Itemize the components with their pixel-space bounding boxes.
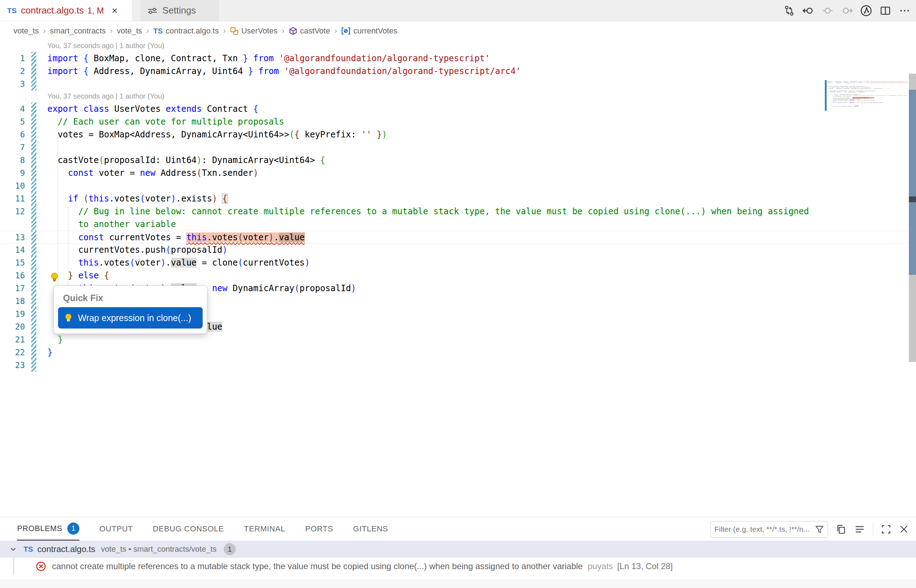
codelens-row[interactable]: You, 37 seconds ago | 1 author (You) [0, 90, 909, 102]
editor-tab-bar: TS contract.algo.ts 1, M × Settings [0, 0, 916, 21]
code-line[interactable]: 6 votes = BoxMap<Address, DynamicArray<U… [0, 128, 909, 141]
breadcrumb-item-class[interactable]: UserVotes [230, 26, 278, 36]
codelens-row[interactable]: You, 37 seconds ago | 1 author (You) [0, 40, 909, 52]
problems-error-row[interactable]: cannot create multiple references to a m… [0, 558, 916, 575]
code-line[interactable]: 8 castVote(proposalId: Uint64): DynamicA… [0, 154, 909, 166]
filter-funnel-icon[interactable] [815, 525, 824, 534]
variable-symbol-icon [341, 26, 350, 36]
go-back-icon[interactable] [802, 4, 815, 17]
editor-actions [783, 0, 911, 21]
more-actions-icon[interactable] [898, 4, 911, 17]
code-line[interactable]: 13 const currentVotes = this.votes(voter… [0, 231, 909, 244]
vscode-window: TS contract.algo.ts 1, M × Settings [0, 0, 916, 588]
code-line[interactable]: 5 // Each user can vote for multiple pro… [0, 115, 909, 128]
code-line[interactable]: 10 [0, 179, 909, 192]
code-line [827, 109, 908, 110]
go-forward-disabled-icon [821, 4, 834, 17]
code-line[interactable]: 16 } else { [0, 269, 909, 282]
code-line: import { Address, DynamicArray, Uint64 }… [827, 82, 908, 83]
tab-settings[interactable]: Settings [140, 0, 218, 21]
problems-file-count-badge: 1 [224, 543, 236, 555]
problems-filter-input[interactable] [714, 525, 815, 533]
tab-contract-algo-ts[interactable]: TS contract.algo.ts 1, M × [0, 0, 133, 21]
code-line[interactable]: 2import { Address, DynamicArray, Uint64 … [0, 65, 909, 78]
breadcrumb-item[interactable]: vote_ts [13, 26, 39, 36]
quickfix-action-wrap-in-clone[interactable]: Wrap expression in clone(...) [58, 307, 203, 328]
code-line[interactable]: 21 } [0, 333, 909, 346]
tab-gitlens[interactable]: GITLENS [353, 517, 388, 541]
tab-problems[interactable]: PROBLEMS 1 [17, 517, 79, 541]
breadcrumb-item-variable[interactable]: currentVotes [341, 26, 398, 36]
quickfix-header: Quick Fix [54, 286, 207, 303]
view-as-table-icon[interactable] [855, 524, 865, 535]
code-line[interactable]: 9 const voter = new Address(Txn.sender) [0, 166, 909, 179]
quickfix-lightbulb-icon[interactable] [49, 272, 60, 283]
typescript-file-icon: TS [24, 545, 33, 554]
breadcrumb-separator: › [334, 26, 337, 36]
class-symbol-icon [230, 27, 239, 35]
problems-count-badge: 1 [67, 522, 79, 535]
overview-ruler-modified-marks [909, 90, 916, 275]
code-line[interactable]: 3 [0, 78, 909, 90]
breadcrumb-item-method[interactable]: castVote [289, 26, 330, 36]
breadcrumb-separator: › [282, 26, 284, 36]
code-line[interactable]: 7 [0, 141, 909, 154]
tab-ports[interactable]: PORTS [305, 517, 333, 541]
method-symbol-icon [289, 27, 298, 35]
breadcrumb-item-file[interactable]: TS contract.algo.ts [153, 26, 218, 36]
code-line[interactable]: 14 currentVotes.push(proposalId) [0, 244, 909, 256]
run-or-debug-icon[interactable] [860, 4, 872, 17]
tree-indent-guide [13, 558, 14, 575]
close-panel-icon[interactable] [899, 524, 909, 534]
overview-ruler-cursor-mark [909, 197, 916, 202]
code-line[interactable]: to another variable [0, 218, 909, 231]
tab-debug-console[interactable]: DEBUG CONSOLE [153, 517, 224, 541]
error-icon [36, 561, 46, 572]
settings-sliders-icon [147, 6, 157, 16]
quickfix-popup: Quick Fix Wrap expression in clone(...) [53, 286, 207, 334]
lightbulb-icon [63, 312, 74, 323]
breadcrumb-item[interactable]: smart_contracts [50, 26, 106, 36]
code-line[interactable]: 15 this.votes(voter).value = clone(curre… [0, 256, 909, 269]
split-editor-icon[interactable] [879, 4, 892, 17]
code-editor[interactable]: You, 37 seconds ago | 1 author (You)1imp… [0, 40, 916, 517]
quickfix-action-label: Wrap expression in clone(...) [78, 313, 191, 323]
breadcrumb: vote_ts › smart_contracts › vote_ts › TS… [0, 22, 916, 40]
code-line[interactable]: 12 // Bug in line below: cannot create m… [0, 205, 909, 218]
code-line[interactable]: 1import { BoxMap, clone, Contract, Txn }… [0, 52, 909, 65]
code-line[interactable]: 4export class UserVotes extends Contract… [0, 102, 909, 115]
breadcrumb-separator: › [146, 26, 149, 36]
problems-file-name: contract.algo.ts [37, 544, 95, 554]
typescript-file-icon: TS [153, 27, 163, 35]
copy-all-icon[interactable] [836, 524, 846, 535]
code-line[interactable]: 22} [0, 346, 909, 359]
tab-problem-modified-badge: 1, M [87, 6, 104, 16]
breadcrumb-separator: › [110, 26, 113, 36]
breadcrumb-separator: › [223, 26, 225, 36]
open-changes-icon[interactable] [783, 4, 796, 17]
breadcrumb-separator: › [43, 26, 45, 36]
code-line[interactable]: 23 [0, 359, 909, 372]
problems-file-row[interactable]: TS contract.algo.ts vote_ts • smart_cont… [0, 541, 916, 558]
divider [873, 523, 873, 535]
error-message: cannot create multiple references to a m… [52, 561, 583, 571]
tab-output[interactable]: OUTPUT [99, 517, 133, 541]
minimap-content: import { BoxMap, clone, Contract, Txn } … [827, 80, 908, 110]
error-location: [Ln 13, Col 28] [617, 561, 673, 571]
go-last-edit-disabled-icon [840, 4, 853, 17]
chevron-down-icon[interactable] [9, 545, 17, 553]
error-source: puyats [587, 561, 613, 571]
tab-label: contract.algo.ts [21, 5, 84, 16]
close-tab-icon[interactable]: × [112, 6, 118, 16]
bottom-panel: PROBLEMS 1 OUTPUT DEBUG CONSOLE TERMINAL… [0, 517, 916, 588]
problems-file-path: vote_ts • smart_contracts/vote_ts [101, 544, 217, 554]
problems-filter [710, 521, 828, 538]
tab-label: Settings [162, 5, 196, 16]
tab-terminal[interactable]: TERMINAL [244, 517, 285, 541]
breadcrumb-item[interactable]: vote_ts [117, 26, 142, 36]
minimap[interactable]: import { BoxMap, clone, Contract, Txn } … [827, 80, 908, 233]
code-line[interactable]: 11 if (this.votes(voter).exists) { [0, 192, 909, 205]
typescript-file-icon: TS [7, 6, 17, 15]
maximize-panel-icon[interactable] [881, 524, 891, 534]
panel-tab-bar: PROBLEMS 1 OUTPUT DEBUG CONSOLE TERMINAL… [0, 517, 916, 541]
